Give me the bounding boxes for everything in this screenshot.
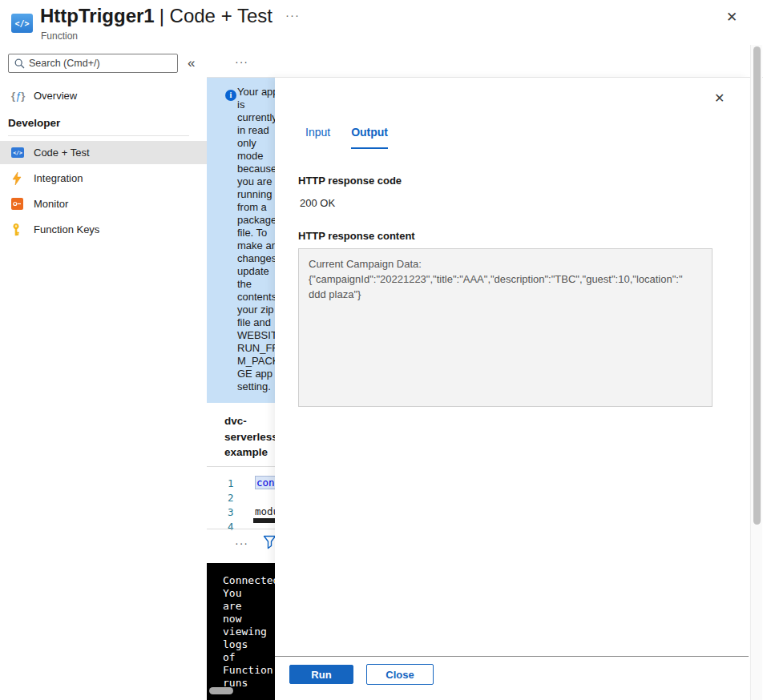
sidebar-item-label: Monitor	[34, 198, 68, 210]
azure-function-blade: </> HttpTrigger1| Code + Test Function ·…	[0, 0, 763, 700]
search-box[interactable]	[8, 54, 178, 73]
section-divider	[8, 135, 189, 136]
function-app-icon-glyph: </>	[14, 19, 29, 28]
monitor-icon	[11, 198, 34, 210]
blade-header: </> HttpTrigger1| Code + Test Function ·…	[0, 0, 763, 44]
search-input[interactable]	[29, 58, 165, 69]
logs-more-options-icon[interactable]: ···	[235, 537, 248, 549]
http-response-content-label: HTTP response content	[298, 230, 415, 242]
sidebar-item-function-keys[interactable]: Function Keys	[0, 218, 207, 241]
overview-icon: {ƒ}	[11, 90, 34, 102]
blade-subtitle: Function	[41, 30, 78, 42]
sidebar-item-label: Integration	[34, 172, 83, 184]
sidebar-item-label: Function Keys	[34, 223, 99, 235]
close-test-panel-icon[interactable]: ✕	[714, 91, 725, 106]
search-icon	[14, 58, 25, 69]
function-name: HttpTrigger1	[40, 5, 155, 26]
horizontal-scrollbar-thumb[interactable]	[209, 687, 233, 694]
sidebar-section-developer: Developer	[8, 117, 60, 129]
sidebar-item-code-test[interactable]: </> Code + Test	[0, 141, 207, 164]
vertical-scrollbar-thumb[interactable]	[753, 46, 761, 525]
test-panel-tabs: Input Output	[305, 126, 388, 149]
sidebar-item-label: Code + Test	[34, 147, 90, 159]
sidebar: « {ƒ} Overview Developer </> Code + Test…	[0, 44, 207, 700]
vertical-scrollbar[interactable]	[750, 45, 762, 700]
function-app-name: dvc- serverless- example	[224, 413, 281, 461]
sidebar-item-integration[interactable]: Integration	[0, 167, 207, 190]
http-response-code-value: 200 OK	[300, 197, 335, 209]
collapse-sidebar-icon[interactable]: «	[188, 55, 195, 71]
close-button[interactable]: Close	[366, 664, 434, 685]
code-test-icon: </>	[11, 147, 34, 158]
run-button[interactable]: Run	[289, 665, 353, 684]
tab-input[interactable]: Input	[305, 126, 330, 149]
test-panel: ✕ Input Output HTTP response code 200 OK…	[275, 77, 749, 700]
sidebar-item-monitor[interactable]: Monitor	[0, 192, 207, 215]
blade-name: | Code + Test	[159, 5, 272, 26]
http-response-content-text: Current Campaign Data: {"campaignId":"20…	[309, 256, 683, 302]
http-response-code-label: HTTP response code	[298, 175, 402, 187]
sidebar-item-label: Overview	[34, 90, 77, 102]
lightning-icon	[11, 172, 34, 185]
tab-output[interactable]: Output	[351, 126, 388, 149]
function-app-icon: </>	[11, 14, 33, 33]
editor-line-numbers: 1 2 3 4	[228, 477, 234, 534]
footer-divider	[275, 656, 749, 657]
close-blade-icon[interactable]: ✕	[726, 9, 737, 26]
key-icon	[11, 223, 34, 236]
info-icon: i	[225, 90, 236, 101]
page-title: HttpTrigger1| Code + Test	[40, 5, 272, 27]
pane-more-options-icon[interactable]: ···	[235, 55, 248, 68]
sidebar-item-overview[interactable]: {ƒ} Overview	[0, 84, 207, 107]
more-options-icon[interactable]: ···	[285, 8, 300, 22]
http-response-content-box[interactable]: Current Campaign Data: {"campaignId":"20…	[298, 248, 713, 407]
